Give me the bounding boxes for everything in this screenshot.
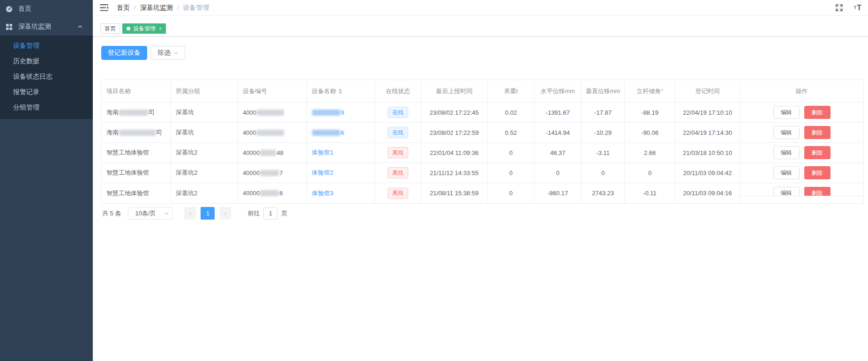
hamburger-icon[interactable] bbox=[100, 4, 109, 12]
tilt-cell[interactable]: 2.66 bbox=[625, 143, 675, 163]
font-size-icon[interactable]: TT bbox=[854, 4, 862, 12]
weight-cell[interactable]: 0.52 bbox=[488, 123, 534, 143]
group-cell[interactable]: 深基坑2 bbox=[171, 143, 238, 163]
last_report-cell[interactable]: 21/08/11 15:38:59 bbox=[421, 183, 488, 203]
group-cell[interactable]: 深基坑2 bbox=[171, 163, 238, 183]
chevron-up-icon bbox=[78, 25, 82, 28]
column-header: 在线状态 bbox=[375, 80, 421, 103]
active-tab-dot-icon bbox=[127, 27, 130, 30]
last_report-cell[interactable]: 23/08/02 17:22:59 bbox=[421, 123, 488, 143]
tilt-cell[interactable]: -90.06 bbox=[625, 123, 675, 143]
sidebar-subitem[interactable]: 设备状态日志 bbox=[0, 69, 93, 84]
v_disp-cell[interactable]: -3.11 bbox=[582, 143, 625, 163]
h_disp-cell[interactable]: 0 bbox=[534, 163, 582, 183]
last_report-cell[interactable]: 21/11/12 14:33:55 bbox=[421, 163, 488, 183]
reg_time-cell[interactable]: 22/04/19 17:14:30 bbox=[675, 123, 740, 143]
h_disp-cell[interactable]: -860.17 bbox=[534, 183, 582, 203]
weight-cell[interactable]: 0.02 bbox=[488, 103, 534, 123]
status-cell: 离线 bbox=[375, 143, 421, 163]
edit-button[interactable]: 编辑 bbox=[773, 106, 800, 119]
tab-home[interactable]: 首页 bbox=[100, 23, 120, 34]
close-icon[interactable]: × bbox=[159, 26, 162, 31]
dashboard-icon bbox=[5, 5, 13, 13]
reg_time-cell[interactable]: 22/04/19 17:10:10 bbox=[675, 103, 740, 123]
device_name-cell[interactable]: 9 bbox=[307, 103, 375, 123]
v_disp-cell[interactable]: -10.29 bbox=[582, 123, 625, 143]
register-device-button[interactable]: 登记新设备 bbox=[101, 46, 147, 60]
reg_time-cell[interactable]: 20/11/03 09:04:16 bbox=[675, 183, 740, 203]
project-cell[interactable]: 智慧工地体验馆 bbox=[102, 163, 171, 183]
sort-carets-icon[interactable] bbox=[338, 88, 342, 94]
device_no-cell: 400007 bbox=[238, 163, 307, 183]
edit-button[interactable]: 编辑 bbox=[773, 146, 800, 159]
v_disp-cell[interactable]: -17.87 bbox=[582, 103, 625, 123]
tags-view: 首页 设备管理 × bbox=[93, 16, 868, 37]
tilt-cell[interactable]: 0 bbox=[625, 163, 675, 183]
delete-button[interactable]: 删除 bbox=[804, 106, 831, 119]
operations-cell: 编辑删除 bbox=[740, 163, 863, 183]
sidebar-item-pit-monitoring[interactable]: 深基坑监测 bbox=[0, 18, 93, 36]
device_name-cell[interactable]: 体验馆3 bbox=[307, 183, 375, 203]
group-cell[interactable]: 深基坑 bbox=[171, 103, 238, 123]
v_disp-cell[interactable]: 2743.23 bbox=[582, 183, 625, 203]
weight-cell[interactable]: 0 bbox=[488, 143, 534, 163]
last_report-cell[interactable]: 23/08/02 17:22:45 bbox=[421, 103, 488, 123]
delete-button[interactable]: 删除 bbox=[804, 166, 831, 179]
edit-button[interactable]: 编辑 bbox=[773, 126, 800, 139]
delete-button[interactable]: 删除 bbox=[804, 146, 831, 159]
tab-device-management[interactable]: 设备管理 × bbox=[122, 23, 166, 34]
device_name-cell[interactable]: 6 bbox=[307, 123, 375, 143]
redacted-text bbox=[312, 130, 340, 136]
chevron-down-icon bbox=[174, 52, 178, 54]
tab-label: 首页 bbox=[105, 25, 116, 33]
weight-cell[interactable]: 0 bbox=[488, 183, 534, 203]
status-cell: 离线 bbox=[375, 183, 421, 203]
h_disp-cell[interactable]: -1414.94 bbox=[534, 123, 582, 143]
edit-button[interactable]: 编辑 bbox=[773, 166, 800, 179]
sidebar-subitem[interactable]: 分组管理 bbox=[0, 100, 93, 115]
column-header: 立杆倾角° bbox=[625, 80, 675, 103]
project-cell[interactable]: 智慧工地体验馆 bbox=[102, 183, 171, 203]
status-badge: 在线 bbox=[388, 107, 408, 118]
sidebar-subitem[interactable]: 历史数据 bbox=[0, 53, 93, 69]
prev-page-button[interactable]: ‹ bbox=[184, 207, 196, 220]
reg_time-cell[interactable]: 20/11/03 09:04:42 bbox=[675, 163, 740, 183]
last_report-cell[interactable]: 22/01/04 11:09:36 bbox=[421, 143, 488, 163]
table-row: 智慧工地体验馆深基坑2400007体验馆2离线21/11/12 14:33:55… bbox=[102, 163, 863, 183]
device_name-cell[interactable]: 体验馆1 bbox=[307, 143, 375, 163]
next-page-button[interactable]: › bbox=[219, 207, 231, 220]
project-cell[interactable]: 智慧工地体验馆 bbox=[102, 143, 171, 163]
tilt-cell[interactable]: -0.11 bbox=[625, 183, 675, 203]
device_no-cell: 400006 bbox=[238, 183, 307, 203]
h_disp-cell[interactable]: 46.37 bbox=[534, 143, 582, 163]
column-header: 垂直位移mm bbox=[582, 80, 625, 103]
column-header: 项目名称 bbox=[102, 80, 171, 103]
reg_time-cell[interactable]: 21/03/18 10:50:10 bbox=[675, 143, 740, 163]
sidebar-subitem[interactable]: 报警记录 bbox=[0, 84, 93, 100]
v_disp-cell[interactable]: 0 bbox=[582, 163, 625, 183]
navbar: 首页 / 深基坑监测 / 设备管理 TT bbox=[93, 0, 868, 16]
sidebar-subitem[interactable]: 设备管理 bbox=[0, 38, 93, 53]
group-cell[interactable]: 深基坑 bbox=[171, 123, 238, 143]
group-cell[interactable]: 深基坑2 bbox=[171, 183, 238, 203]
column-header[interactable]: 设备名称 bbox=[307, 80, 375, 103]
weight-cell[interactable]: 0 bbox=[488, 163, 534, 183]
redacted-text bbox=[119, 110, 148, 116]
filter-button[interactable]: 筛选 bbox=[150, 46, 185, 60]
sidebar-submenu: 设备管理历史数据设备状态日志报警记录分组管理 bbox=[0, 36, 93, 119]
h_disp-cell[interactable]: -1391.67 bbox=[534, 103, 582, 123]
sidebar-item-home[interactable]: 首页 bbox=[0, 0, 93, 18]
tilt-cell[interactable]: -88.19 bbox=[625, 103, 675, 123]
breadcrumb-pit-monitoring[interactable]: 深基坑监测 bbox=[140, 4, 173, 12]
device_no-cell: 4000048 bbox=[238, 143, 307, 163]
device_name-cell[interactable]: 体验馆2 bbox=[307, 163, 375, 183]
breadcrumb-home[interactable]: 首页 bbox=[117, 4, 130, 12]
page-number-active[interactable]: 1 bbox=[201, 207, 215, 220]
fullscreen-icon[interactable] bbox=[836, 4, 843, 11]
breadcrumb-separator: / bbox=[177, 4, 179, 11]
page-size-value: 10条/页 bbox=[135, 209, 156, 218]
pagination: 共 5 条 10条/页 ‹ 1 › 前往 页 bbox=[101, 207, 864, 220]
goto-page-input[interactable] bbox=[263, 207, 277, 220]
delete-button[interactable]: 删除 bbox=[804, 126, 831, 139]
page-size-select[interactable]: 10条/页 bbox=[128, 207, 173, 220]
